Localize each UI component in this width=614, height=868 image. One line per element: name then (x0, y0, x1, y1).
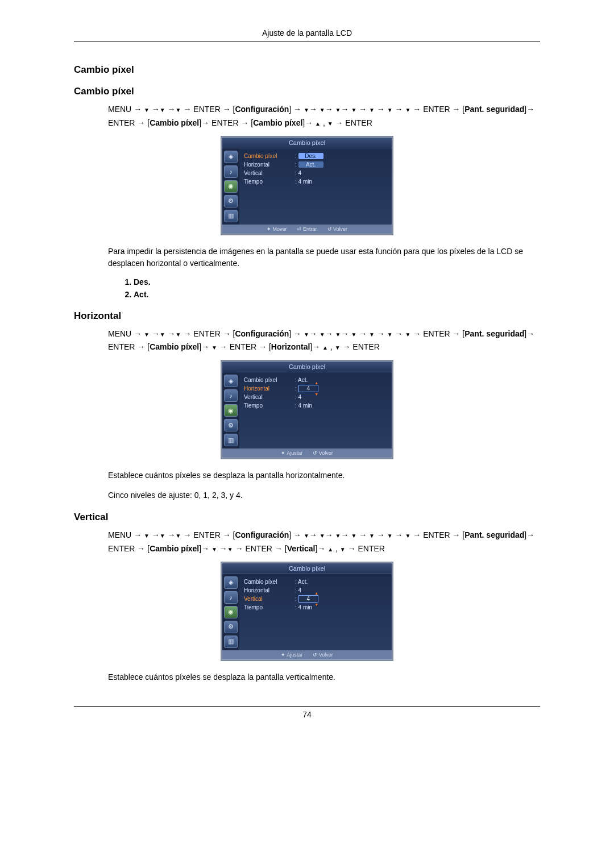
eco-icon: ◉ (224, 404, 238, 417)
page-footer: 74 (74, 706, 540, 719)
nav-path-vertical: MENU ENTER [Configuración] ENTER [Pant. … (108, 529, 540, 556)
text-vert-desc: Establece cuántos píxeles se desplaza la… (108, 671, 540, 683)
osd-icon-column: ◈ ♪ ◉ ⚙ ▥ (222, 148, 239, 225)
osd-screenshot-vertical: Cambio píxel ◈ ♪ ◉ ⚙ ▥ Cambio píxel: Act… (221, 562, 393, 661)
osd-foot-ajustar: ✦ Ajustar (281, 450, 302, 456)
eco-icon: ◉ (224, 606, 238, 618)
heading-cambio-pixel-1: Cambio píxel (74, 64, 540, 76)
picture-icon: ◈ (224, 151, 238, 163)
sound-icon: ♪ (224, 389, 238, 402)
picture-icon: ◈ (224, 375, 238, 387)
multi-icon: ▥ (224, 210, 238, 222)
options-list: Des. Act. (119, 277, 540, 299)
osd-title: Cambio píxel (222, 138, 392, 148)
setup-icon: ⚙ (224, 419, 238, 431)
nav-path-horizontal: MENU ENTER [Configuración] ENTER [Pant. … (108, 327, 540, 355)
heading-cambio-pixel-2: Cambio píxel (74, 86, 540, 97)
osd-foot-mover: ✦ Mover (267, 226, 287, 232)
text-levels: Cinco niveles de ajuste: 0, 1, 2, 3, y 4… (108, 489, 540, 501)
heading-vertical: Vertical (74, 512, 540, 523)
text-cambio-desc: Para impedir la persistencia de imágenes… (108, 246, 540, 269)
heading-horizontal: Horizontal (74, 310, 540, 322)
setup-icon: ⚙ (224, 621, 238, 633)
picture-icon: ◈ (224, 576, 238, 589)
osd-foot-ajustar: ✦ Ajustar (281, 652, 302, 658)
osd-foot-entrar: ⏎ Entrar (297, 226, 317, 232)
option-des: Des. (134, 277, 540, 286)
setup-icon: ⚙ (224, 195, 238, 207)
page-header: Ajuste de la pantalla LCD (74, 28, 540, 41)
sound-icon: ♪ (224, 591, 238, 604)
multi-icon: ▥ (224, 636, 238, 648)
osd-foot-volver: ↺ Volver (327, 226, 348, 232)
osd-foot-volver: ↺ Volver (313, 652, 333, 658)
multi-icon: ▥ (224, 434, 238, 446)
option-act: Act. (134, 290, 540, 299)
text-horiz-desc: Establece cuántos píxeles se desplaza la… (108, 470, 540, 481)
osd-foot-volver: ↺ Volver (313, 450, 333, 456)
sound-icon: ♪ (224, 165, 238, 178)
nav-path-cambio: MENU ENTER [Configuración] ENTER [Pant. … (108, 103, 540, 130)
osd-screenshot-cambio: Cambio píxel ◈ ♪ ◉ ⚙ ▥ Cambio píxel: Des… (221, 136, 393, 235)
osd-screenshot-horizontal: Cambio píxel ◈ ♪ ◉ ⚙ ▥ Cambio píxel: Act… (221, 360, 393, 459)
eco-icon: ◉ (224, 180, 238, 193)
